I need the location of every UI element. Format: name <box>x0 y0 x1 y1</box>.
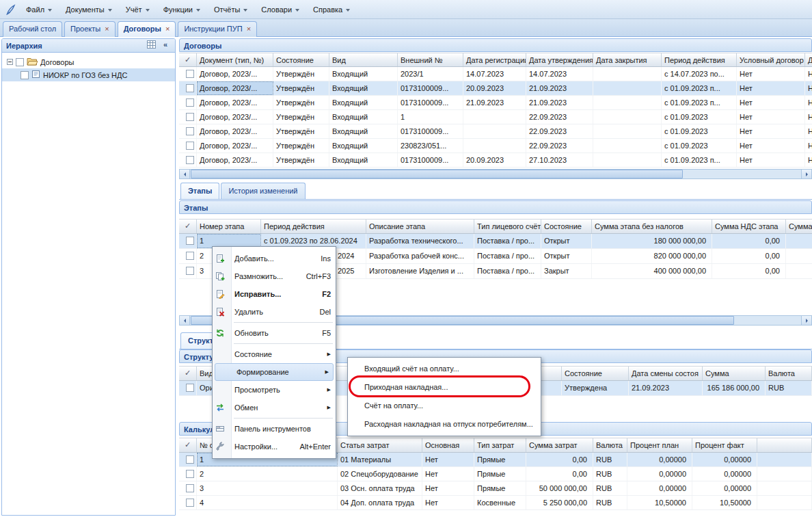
submenu-item[interactable]: Входящий счёт на оплату... <box>349 360 539 378</box>
column-header[interactable]: Описание этапа <box>366 220 474 233</box>
close-icon[interactable]: × <box>247 25 251 33</box>
tab-change-history[interactable]: История изменений <box>221 183 305 199</box>
checkbox[interactable] <box>186 84 194 92</box>
column-header[interactable] <box>757 438 812 452</box>
column-header[interactable]: Документ (тип, №) <box>197 53 273 66</box>
menu-dictionaries[interactable]: Словари <box>255 3 306 16</box>
table-row[interactable]: 202 СпецоборудованиеНетПрямые0,00RUB0,00… <box>179 467 812 481</box>
menu-reports[interactable]: Отчёты <box>208 3 254 16</box>
checkbox[interactable] <box>21 71 29 79</box>
checkbox[interactable] <box>186 237 194 245</box>
checkbox[interactable] <box>186 113 194 121</box>
column-header[interactable]: Состояние <box>541 220 592 233</box>
table-row[interactable]: Договор, 2023/...УтверждёнВходящий017310… <box>179 96 812 110</box>
menu-item[interactable]: Добавить...Ins <box>213 250 335 267</box>
column-header[interactable]: Основная <box>422 438 474 452</box>
column-header[interactable]: Сумма затрат <box>526 438 593 452</box>
table-row[interactable]: Договор, 2023/...УтверждёнВходящий2023/1… <box>179 67 812 81</box>
tab-contracts[interactable]: Договоры× <box>118 21 176 37</box>
submenu-item[interactable]: Счёт на оплату... <box>349 397 539 415</box>
checkbox[interactable] <box>186 98 194 107</box>
table-row[interactable]: Договор, 2023/...УтверждёнВходящий017310… <box>179 153 812 168</box>
column-header[interactable]: Процент план <box>627 438 692 452</box>
checkbox[interactable] <box>186 455 194 464</box>
menu-item[interactable]: УдалитьDel <box>213 303 335 321</box>
menu-item[interactable]: Настройки...Alt+Enter <box>213 438 335 455</box>
column-header[interactable]: Дата смены состоя <box>629 367 703 380</box>
checkbox[interactable] <box>186 484 194 492</box>
column-header[interactable]: Состояние <box>562 367 629 380</box>
scroll-left-icon[interactable] <box>180 316 190 325</box>
select-all-column-header[interactable]: ✓ <box>179 53 197 66</box>
tab-projects[interactable]: Проекты× <box>64 21 116 37</box>
column-header[interactable]: Вид <box>329 53 398 66</box>
close-icon[interactable]: × <box>105 25 109 33</box>
menu-item[interactable]: ОбновитьF5 <box>213 324 335 342</box>
tree-node-niokr[interactable]: НИОКР по ГОЗ без НДС <box>2 68 175 81</box>
checkbox[interactable] <box>186 127 194 135</box>
checkbox[interactable] <box>186 384 194 392</box>
column-header[interactable]: Дата закрытия <box>593 53 662 66</box>
menu-item[interactable]: Обмен▶ <box>213 399 335 416</box>
table-row[interactable]: Договор, 2023/...УтверждёнВходящий017310… <box>179 81 812 96</box>
checkbox[interactable] <box>186 252 194 260</box>
menu-item[interactable]: Размножить...Ctrl+F3 <box>213 267 335 285</box>
column-header[interactable]: Валюта <box>766 367 812 380</box>
submenu-item[interactable]: Приходная накладная... <box>349 378 539 397</box>
column-header[interactable]: Период действия <box>662 53 737 66</box>
column-header[interactable]: Статья затрат <box>338 438 422 452</box>
menu-item[interactable]: Панель инструментов <box>213 420 335 438</box>
checkbox[interactable] <box>186 499 194 507</box>
tree-collapse-icon[interactable] <box>7 59 13 65</box>
menu-file[interactable]: Файл <box>20 3 58 16</box>
tab-stages[interactable]: Этапы <box>180 183 219 199</box>
column-header[interactable]: Период действия <box>261 220 366 233</box>
menu-item[interactable]: Состояние▶ <box>213 345 335 363</box>
select-all-column-header[interactable]: ✓ <box>179 220 197 233</box>
column-header[interactable]: Состояние <box>273 53 329 66</box>
column-header[interactable]: Условный договор <box>737 53 805 66</box>
checkbox[interactable] <box>186 70 194 78</box>
submenu-item[interactable]: Расходная накладная на отпуск потребител… <box>349 415 539 434</box>
menu-item[interactable]: Просмотреть▶ <box>213 381 335 399</box>
tab-instructions-pup[interactable]: Инструкции ПУП× <box>178 21 257 37</box>
scroll-right-icon[interactable] <box>801 170 811 178</box>
menu-item[interactable]: Формирование▶ <box>215 363 334 381</box>
menu-documents[interactable]: Документы <box>59 3 118 16</box>
scroll-right-icon[interactable] <box>801 316 811 325</box>
column-header[interactable]: Дата утверждения <box>526 53 593 66</box>
table-row[interactable]: Договор, 2023/...УтверждёнВходящий122.09… <box>179 110 812 124</box>
table-row[interactable]: Договор, 2023/...УтверждёнВходящий017310… <box>179 124 812 139</box>
column-header[interactable]: Процент факт <box>692 438 757 452</box>
scroll-left-icon[interactable] <box>180 170 190 178</box>
table-row[interactable]: Договор, 2023/...УтверждёнВходящий230823… <box>179 139 812 153</box>
column-header[interactable]: Сумма <box>703 367 766 380</box>
column-header[interactable]: Дата регистрации <box>463 53 526 66</box>
table-row[interactable]: 303 Осн. оплата трудаНетПрямые50 000 000… <box>179 481 812 496</box>
column-header[interactable]: Тип лицевого счёт <box>474 220 541 233</box>
contracts-h-scrollbar[interactable] <box>179 169 812 179</box>
collapse-panel-icon[interactable]: « <box>160 40 171 51</box>
tree-node-root[interactable]: Договоры <box>2 55 175 68</box>
column-header[interactable]: Сумма этапа без налогов <box>592 220 712 233</box>
select-all-column-header[interactable]: ✓ <box>179 367 197 380</box>
column-header[interactable]: Сумма НДС этапа <box>712 220 786 233</box>
menu-functions[interactable]: Функции <box>157 3 206 16</box>
checkbox[interactable] <box>186 142 194 150</box>
select-all-column-header[interactable]: ✓ <box>179 438 197 452</box>
column-header[interactable]: Тип затрат <box>474 438 526 452</box>
menu-help[interactable]: Справка <box>307 3 356 16</box>
checkbox[interactable] <box>16 58 24 66</box>
column-header[interactable]: Внешний № <box>398 53 463 66</box>
column-header[interactable]: Номер этапа <box>197 220 261 233</box>
column-header[interactable]: Сумма э... <box>786 220 812 233</box>
grid-view-icon[interactable] <box>146 40 157 51</box>
column-header[interactable]: До... <box>805 53 812 66</box>
column-header[interactable]: Валюта <box>593 438 627 452</box>
scrollbar-thumb[interactable] <box>191 170 683 178</box>
menu-accounting[interactable]: Учёт <box>120 3 156 16</box>
menu-item[interactable]: Исправить...F2 <box>213 285 335 303</box>
checkbox[interactable] <box>186 470 194 478</box>
checkbox[interactable] <box>186 267 194 275</box>
close-icon[interactable]: × <box>165 25 170 33</box>
